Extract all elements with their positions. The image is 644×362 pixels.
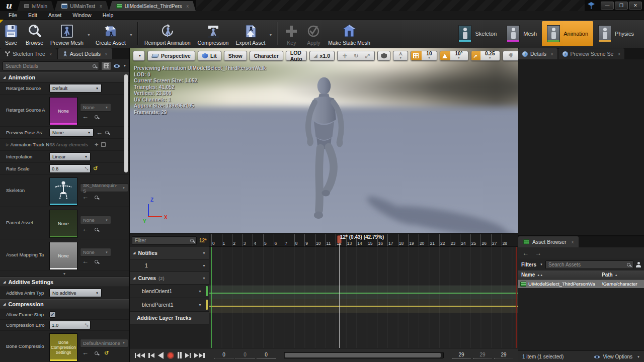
compression-error-input[interactable]: 1.0⤡ [49, 321, 91, 329]
property-matrix-button[interactable] [101, 61, 111, 70]
step-back-button[interactable] [148, 351, 154, 359]
section-animation[interactable]: ◢Animation [0, 72, 129, 82]
key-button[interactable]: Key [280, 21, 302, 47]
tab-lvlmain[interactable]: lvlMain [17, 1, 54, 11]
browse-to-asset-icon[interactable] [95, 196, 98, 199]
use-selected-icon[interactable]: ← [82, 350, 89, 355]
scale-snap-value[interactable]: 0.25▼ [483, 51, 497, 60]
3d-viewport[interactable]: ▼ Perspective Lit Show Character LOD Aut… [130, 48, 518, 233]
to-front-button[interactable] [135, 351, 145, 359]
bone-compression-dropdown[interactable]: DefaultAnimBone▼ [80, 339, 128, 347]
add-element-icon[interactable]: + [95, 141, 99, 148]
camera-speed-icon[interactable]: 🎥︎ [506, 51, 515, 60]
reimport-animation-button[interactable]: Reimport Animation [141, 21, 194, 47]
scrollbar-thumb[interactable] [285, 353, 441, 357]
browse-to-asset-icon[interactable] [95, 115, 98, 119]
filters-button[interactable]: Filters▼ [521, 262, 543, 267]
browse-to-asset-icon[interactable] [95, 351, 98, 355]
rotate-tool-icon[interactable]: ↻ [352, 51, 360, 60]
asset-mapping-dropdown[interactable]: None▼ [80, 248, 111, 256]
column-path[interactable]: Path ▲ [602, 272, 644, 278]
close-tab-icon[interactable]: x [105, 52, 107, 56]
allow-frame-strip-checkbox[interactable]: ✓ [49, 311, 56, 318]
use-selected-icon[interactable]: ← [82, 114, 89, 119]
section-splitter[interactable]: ▼ [0, 270, 129, 277]
mode-physics[interactable]: Physics [593, 21, 639, 46]
browse-to-asset-icon[interactable] [95, 260, 98, 263]
translate-tool-icon[interactable]: ✛ [341, 51, 349, 60]
display-filter-button[interactable]: ▼ [113, 64, 126, 68]
search-details-input[interactable]: Search Details [3, 61, 99, 70]
search-assets-input[interactable]: Search Assets [545, 260, 633, 269]
end-time-value[interactable]: 29 [473, 352, 492, 358]
tutorial-flag-icon[interactable] [587, 2, 596, 9]
menu-item[interactable]: Window [67, 12, 97, 18]
curve-area[interactable] [209, 247, 518, 348]
rate-scale-input[interactable]: 0.8⤡ [49, 164, 91, 173]
track-options-icon[interactable]: ▼ [202, 264, 206, 267]
expand-icon[interactable]: ▷ [6, 143, 9, 147]
developers-filter-icon[interactable] [636, 262, 641, 267]
track-notifies[interactable]: ◢Notifies ▼ [130, 247, 209, 259]
tab-asset-details[interactable]: Asset Detailsx [58, 48, 112, 59]
character-button[interactable]: Character [250, 51, 283, 61]
record-button[interactable] [167, 351, 174, 359]
asset-list-empty-area[interactable] [518, 288, 644, 350]
browse-to-asset-icon[interactable] [105, 131, 109, 134]
pause-button[interactable] [178, 351, 182, 359]
close-tab-icon[interactable]: x [50, 52, 52, 56]
surface-snap-button[interactable]: ⋏▼ [393, 51, 408, 61]
skeleton-dropdown[interactable]: SK_Mannequin-S▼ [80, 184, 128, 192]
tab-preview-scene-settings[interactable]: i Preview Scene Sex [558, 48, 624, 59]
timeline-canvas[interactable]: 0123456789101112131415161718192021222324… [209, 234, 518, 348]
track-curves[interactable]: ◢Curves (2) ▼ [130, 272, 209, 285]
grid-snap-value[interactable]: 10▼ [424, 51, 434, 60]
timeline-scrollbar[interactable] [284, 352, 444, 358]
section-compression[interactable]: ◢Compression [0, 299, 129, 309]
track-options-icon[interactable]: ▼ [202, 251, 206, 255]
track-filter-input[interactable]: Filter [132, 236, 197, 245]
play-reverse-button[interactable] [158, 351, 164, 359]
export-asset-button[interactable]: Export Asset [232, 21, 269, 47]
track-blendparent1[interactable]: blendParent1 ▼ [130, 298, 209, 312]
menu-item[interactable]: Help [97, 12, 119, 18]
track-options-icon[interactable]: ▼ [202, 277, 206, 280]
scale-snap-icon[interactable]: ↗ [471, 51, 480, 60]
column-name[interactable]: Name ▲▲ [518, 272, 602, 278]
close-tab-icon[interactable]: x [100, 4, 102, 9]
close-button[interactable]: ✕ [629, 2, 642, 10]
lit-button[interactable]: Lit [198, 51, 221, 61]
to-end-button[interactable] [194, 351, 205, 359]
tab-details[interactable]: i Detailsx [518, 48, 557, 59]
reset-to-default-icon[interactable]: ↺ [93, 165, 98, 172]
create-asset-dropdown-icon[interactable]: ▼ [129, 33, 134, 47]
mode-skeleton[interactable]: Skeleton [453, 21, 502, 46]
browse-button[interactable]: Browse [22, 21, 47, 47]
tab-skeleton-tree[interactable]: Skeleton Treex [0, 48, 57, 59]
use-selected-icon[interactable]: ← [96, 130, 103, 135]
use-selected-icon[interactable]: ← [82, 195, 89, 200]
rotation-snap-value[interactable]: 10°▼ [453, 51, 464, 60]
make-static-mesh-button[interactable]: Make Static Mesh [325, 21, 373, 47]
retarget-source-asset-thumbnail[interactable]: None [49, 97, 77, 125]
save-button[interactable]: Save [0, 21, 22, 47]
history-forward-icon[interactable]: → [535, 249, 541, 257]
track-additive-layer[interactable]: Additive Layer Tracks [130, 312, 209, 324]
parent-asset-dropdown[interactable]: None▼ [80, 216, 111, 224]
coordinate-system-button[interactable] [377, 51, 390, 61]
preview-mesh-button[interactable]: Preview Mesh [47, 21, 87, 47]
bone-compression-thumbnail[interactable]: Bone Compression Settings [49, 333, 77, 361]
perspective-button[interactable]: Perspective [147, 51, 195, 61]
close-tab-icon[interactable]: x [187, 4, 189, 9]
end-percent-value[interactable]: 29 [494, 352, 513, 358]
lod-auto-button[interactable]: LOD Auto [286, 51, 307, 61]
minimize-button[interactable]: — [601, 2, 614, 10]
start-percent-value[interactable]: 0 [257, 352, 276, 358]
asset-row[interactable]: UIModelSelect_ThirdPersonWa /Game/charac… [518, 280, 644, 288]
close-tab-icon[interactable]: x [551, 51, 553, 56]
history-back-icon[interactable]: ← [522, 249, 529, 257]
rotation-snap-icon[interactable] [440, 51, 450, 60]
track-notify-1[interactable]: 1 ▼ [130, 259, 209, 272]
menu-item[interactable]: File [3, 12, 23, 18]
show-button[interactable]: Show [224, 51, 247, 61]
